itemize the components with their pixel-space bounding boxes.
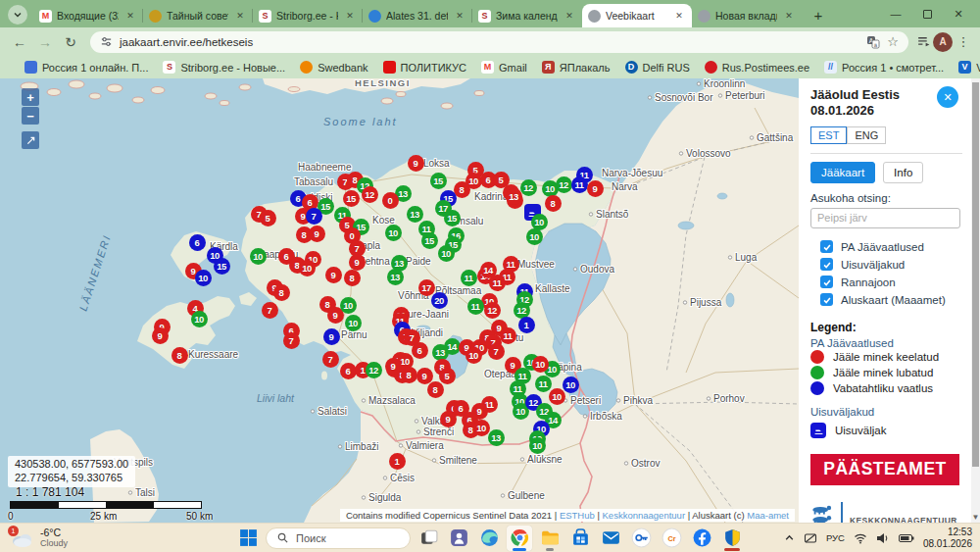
ice-observation-marker[interactable]: 6 [189,234,206,251]
chrome-icon[interactable] [507,526,532,551]
ice-observation-marker[interactable]: 15 [343,190,360,207]
speaker-icon[interactable] [876,532,890,544]
ice-observation-marker[interactable]: 11 [503,256,519,273]
ice-observation-marker[interactable]: 10 [340,297,357,314]
attribution-link[interactable]: ESTHub [560,510,595,521]
clock[interactable]: 12:53 08.01.2026 [923,527,972,550]
ice-observation-marker[interactable]: 9 [323,328,340,345]
ice-observation-marker[interactable]: 12 [366,362,382,378]
bookmark-item[interactable]: Rus.Postimees.ee [705,61,809,74]
ice-observation-marker[interactable]: 10 [531,214,548,230]
language-tab-est[interactable]: EST [810,126,847,144]
attribution-link[interactable]: Keskkonnaagentuur [603,510,686,521]
tab-close-icon[interactable]: ✕ [563,9,576,23]
ice-observation-marker[interactable]: 10 [473,420,490,436]
ice-observation-marker[interactable]: 12 [362,186,378,203]
ice-observation-marker[interactable]: 7 [262,302,278,319]
bookmark-star-icon[interactable]: ☆ [887,34,899,49]
forward-button[interactable]: → [33,30,57,54]
browser-tab[interactable]: Новая вкладка✕ [692,4,802,27]
ice-observation-marker[interactable]: 7 [306,208,322,225]
bookmark-item[interactable]: ЯЯПлакаль [542,61,611,74]
ice-observation-marker[interactable]: 5 [260,210,276,226]
ice-observation-marker[interactable]: 13 [506,188,522,205]
defender-icon[interactable] [719,526,745,551]
wifi-icon[interactable] [854,532,867,544]
bookmark-item[interactable]: Россия 1 онлайн. П... [24,61,148,74]
panel-close-button[interactable]: ✕ [937,86,958,108]
facebook-icon[interactable] [689,526,714,551]
tab-close-icon[interactable]: ✕ [233,9,247,23]
ice-observation-marker[interactable]: 10 [529,437,546,454]
browser-tab[interactable]: SStriborg.ee - Новая✕ [253,4,363,27]
tab-close-icon[interactable]: ✕ [453,9,466,23]
scrollbar-thumb[interactable] [972,82,979,467]
cr-icon[interactable]: Cr [659,526,684,551]
reading-list-icon[interactable] [916,34,931,49]
ice-observation-marker[interactable]: 5 [439,368,456,384]
checkbox-checked-icon[interactable] [820,276,833,288]
bookmark-item[interactable]: MGmail [481,61,527,74]
ice-observation-marker[interactable]: 11 [535,376,552,392]
language-tab-eng[interactable]: ENG [847,126,886,144]
ice-observation-marker[interactable]: 15 [214,258,230,275]
ice-observation-marker[interactable]: 17 [418,279,435,296]
touchpad-icon[interactable] [804,532,817,544]
battery-icon[interactable] [899,533,914,543]
tray-chevron-icon[interactable] [784,532,795,543]
checkbox-checked-icon[interactable] [820,293,833,306]
ice-observation-marker[interactable]: 10 [526,228,543,245]
bookmark-item[interactable]: VVentusky - прогноз... [958,61,980,74]
bookmark-item[interactable]: Swedbank [300,61,368,74]
ice-observation-marker[interactable]: 13 [488,429,505,446]
mail-icon[interactable] [598,526,623,551]
browser-tab[interactable]: SЗима календарная✕ [472,4,582,27]
bookmark-item[interactable]: ПОЛИТИКУС [383,61,467,74]
tab-search-button[interactable] [8,5,27,25]
browser-tab[interactable]: Veebikaart✕ [582,4,692,27]
map-canvas[interactable]: HELSINGISoome lahtLÄÄNEMERILiivi lahtKro… [0,78,799,523]
panel-tab-jääkaart[interactable]: Jääkaart [810,162,875,183]
ice-observation-marker[interactable]: 9 [440,411,457,427]
ice-observation-marker[interactable]: 15 [430,173,447,189]
weather-widget[interactable]: 1 -6°C Cloudy [10,527,68,548]
ice-observation-marker[interactable]: 10 [466,347,482,364]
ice-observation-marker[interactable]: 9 [325,267,342,283]
tab-close-icon[interactable]: ✕ [123,9,137,23]
key-icon[interactable] [628,526,654,551]
panel-scrollbar[interactable]: ▼ [971,78,980,523]
browser-tab[interactable]: MВходящие (329) - al✕ [33,4,143,27]
ice-observation-marker[interactable]: 15 [421,232,438,249]
ice-observation-marker[interactable]: 11 [500,327,516,344]
tab-close-icon[interactable]: ✕ [672,9,686,23]
ice-observation-marker[interactable]: 8 [401,367,417,383]
ice-observation-marker[interactable]: 9 [385,358,402,375]
bookmark-item[interactable]: DDelfi RUS [625,61,690,74]
ice-observation-marker[interactable]: 10 [563,376,579,393]
ice-observation-marker[interactable]: 11 [461,270,477,286]
checkbox-checked-icon[interactable] [820,240,833,253]
ice-observation-marker[interactable]: 0 [382,192,399,209]
ice-observation-marker[interactable]: 1 [518,317,535,333]
ice-observation-marker[interactable]: 10 [385,225,402,241]
ice-observation-marker[interactable]: 10 [438,245,455,262]
edge-icon[interactable] [476,526,502,551]
browser-menu-button[interactable]: ⋮ [955,34,972,49]
teams-icon[interactable] [446,526,471,551]
zoom-in-button[interactable]: + [22,88,39,106]
ice-observation-marker[interactable]: 8 [344,270,361,286]
site-controls-icon[interactable] [100,35,113,48]
ice-observation-marker[interactable]: 11 [467,298,484,315]
ice-observation-marker[interactable]: 7 [322,351,339,368]
panel-tab-info[interactable]: Info [883,162,923,183]
ice-observation-marker[interactable]: 12 [556,176,572,193]
browser-tab[interactable]: Alates 31. detsembri✕ [363,4,472,27]
tab-close-icon[interactable]: ✕ [782,9,796,23]
ice-observation-marker[interactable]: 9 [587,180,604,197]
ice-observation-marker[interactable]: 10 [299,260,316,276]
ice-observation-marker[interactable]: 8 [172,347,188,364]
ice-observation-marker[interactable]: 9 [152,327,169,344]
avatar[interactable]: A [933,32,953,52]
ice-observation-marker[interactable]: 9 [309,226,325,242]
ice-observation-marker[interactable]: 8 [427,381,444,398]
